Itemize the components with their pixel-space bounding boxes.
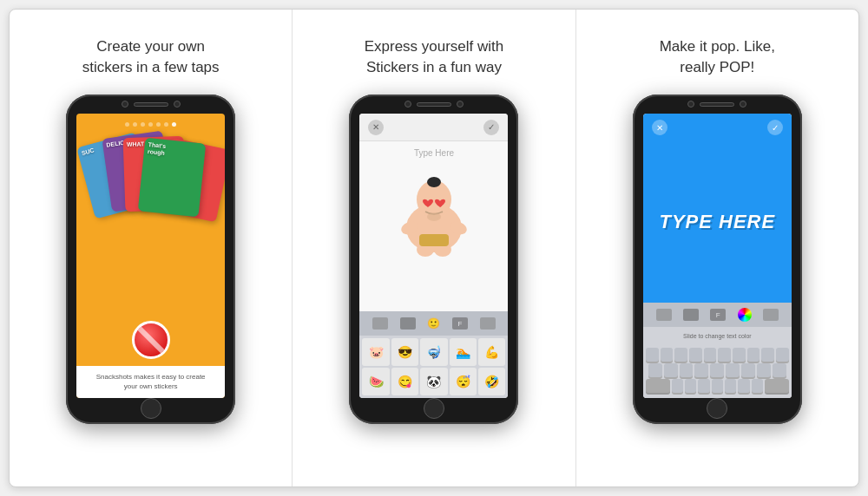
screen3-keyboard: F Slide to change text color [643, 303, 792, 398]
screen3-canvas: TYPE HERE [643, 141, 792, 303]
front-camera-2 [404, 101, 411, 108]
card-4-label: That'srough [148, 141, 167, 156]
svg-point-8 [427, 212, 441, 221]
phone-3: ✕ ✓ TYPE HERE F [633, 95, 802, 424]
dot-6 [164, 122, 168, 127]
section-2-title: Express yourself with Stickers in a fun … [365, 27, 504, 88]
section-1-title: Create your own stickers in a few taps [82, 27, 220, 88]
sticker-cell-5[interactable]: 💪 [478, 338, 505, 366]
phone-2-screen: ✕ ✓ Type Here [359, 114, 508, 398]
phone-1-bottom [66, 398, 235, 417]
home-button-3 [707, 398, 727, 419]
screen1-caption: Snackshots makes it easy to create your … [82, 373, 220, 391]
phone-2-notch [349, 95, 518, 114]
color-wheel-icon[interactable] [738, 308, 752, 322]
home-button-1 [141, 398, 161, 419]
candy-circle [132, 321, 170, 359]
candy-icon [132, 321, 170, 359]
kb-icon-3: F [452, 317, 468, 330]
keyboard-keys-3 [643, 344, 792, 398]
sticker-cell-10[interactable]: 🤣 [478, 368, 505, 395]
pagination-dots [125, 122, 176, 127]
close-button-2[interactable]: ✕ [368, 120, 384, 135]
kb-icon-1 [372, 317, 388, 330]
confirm-button-2[interactable]: ✓ [483, 120, 499, 135]
screen1-background: SUC DELICIOUS!! WHAT UP. That'srough [76, 114, 225, 398]
sticker-cards: SUC DELICIOUS!! WHAT UP. That'srough [76, 130, 225, 321]
kb-icon-s2 [683, 309, 699, 321]
phone-2-bottom [349, 398, 518, 417]
kb-icon-2 [400, 317, 416, 330]
sticker-cell-1[interactable]: 🐷 [362, 338, 389, 366]
speaker-2 [417, 102, 451, 107]
sticker-cell-8[interactable]: 🐼 [420, 368, 447, 395]
type-here-placeholder: Type Here [414, 148, 454, 158]
keyboard-toolbar-2: 🙂 F [359, 311, 508, 336]
sticker-cell-3[interactable]: 🤿 [420, 338, 447, 366]
close-button-3[interactable]: ✕ [652, 120, 667, 135]
section-1: Create your own stickers in a few taps [10, 10, 293, 486]
screen2-background: ✕ ✓ Type Here [359, 114, 508, 398]
dot-1 [125, 122, 129, 127]
screen3-toolbar: F [643, 303, 792, 327]
sticker-cell-7[interactable]: 😋 [391, 368, 418, 395]
slide-bar-area: Slide to change text color [643, 327, 792, 344]
sticker-cell-4[interactable]: 🏊 [450, 338, 477, 366]
dot-7-active [172, 122, 176, 127]
sticker-cell-2[interactable]: 😎 [391, 338, 418, 366]
phone-1: SUC DELICIOUS!! WHAT UP. That'srough [66, 95, 235, 424]
screen2-header: ✕ ✓ [359, 114, 508, 141]
card-1-label: SUC [81, 147, 95, 157]
phone-3-notch [633, 95, 802, 114]
screen2-keyboard: 🙂 F 🐷 😎 🤿 🏊 💪 🍉 😋 🐼 [359, 311, 508, 398]
screen2-canvas: Type Here [359, 141, 508, 311]
dot-2 [133, 122, 137, 127]
sticker-cell-9[interactable]: 😴 [450, 368, 477, 395]
phone-1-screen: SUC DELICIOUS!! WHAT UP. That'srough [76, 114, 225, 398]
dot-5 [156, 122, 161, 127]
confirm-button-3[interactable]: ✓ [767, 120, 783, 135]
phone-3-screen: ✕ ✓ TYPE HERE F [643, 114, 792, 398]
svg-point-2 [427, 177, 441, 187]
sticker-grid: 🐷 😎 🤿 🏊 💪 🍉 😋 🐼 😴 🤣 [359, 336, 508, 398]
front-camera-1b [174, 101, 181, 108]
candy-stripe [137, 327, 164, 354]
sticker-card-4: That'srough [138, 138, 207, 218]
sumo-svg [395, 163, 473, 258]
slide-bar-label: Slide to change text color [683, 333, 752, 339]
sumo-sticker [395, 163, 473, 258]
front-camera-3 [687, 101, 694, 108]
home-button-2 [424, 398, 444, 419]
screen3-background: ✕ ✓ TYPE HERE F [643, 114, 792, 398]
kb-icon-s3: F [710, 309, 726, 321]
sticker-cell-6[interactable]: 🍉 [362, 368, 389, 395]
kb-emoji: 🙂 [427, 317, 440, 330]
phone-3-bottom [633, 398, 802, 417]
front-camera-3b [740, 101, 746, 108]
pop-text-display: TYPE HERE [659, 211, 775, 233]
dot-3 [141, 122, 145, 127]
app-frame: Create your own stickers in a few taps [9, 9, 859, 487]
phone-1-notch [66, 95, 235, 114]
kb-icon-s1 [656, 309, 672, 321]
front-camera-1 [122, 101, 128, 108]
section-3: Make it pop. Like, really POP! ✕ ✓ TYPE … [576, 10, 858, 486]
screen1-bottom-area: Snackshots makes it easy to create your … [76, 366, 225, 398]
front-camera-2b [457, 101, 464, 108]
section-2: Express yourself with Stickers in a fun … [293, 10, 575, 486]
speaker-1 [134, 102, 168, 107]
kb-icon-4 [480, 317, 496, 330]
screen3-header: ✕ ✓ [643, 114, 792, 141]
phone-2: ✕ ✓ Type Here [349, 95, 518, 424]
svg-rect-7 [419, 234, 449, 246]
dot-4 [148, 122, 153, 127]
speaker-3 [700, 102, 734, 107]
kb-icon-s4 [763, 309, 779, 321]
section-3-title: Make it pop. Like, really POP! [660, 27, 775, 88]
